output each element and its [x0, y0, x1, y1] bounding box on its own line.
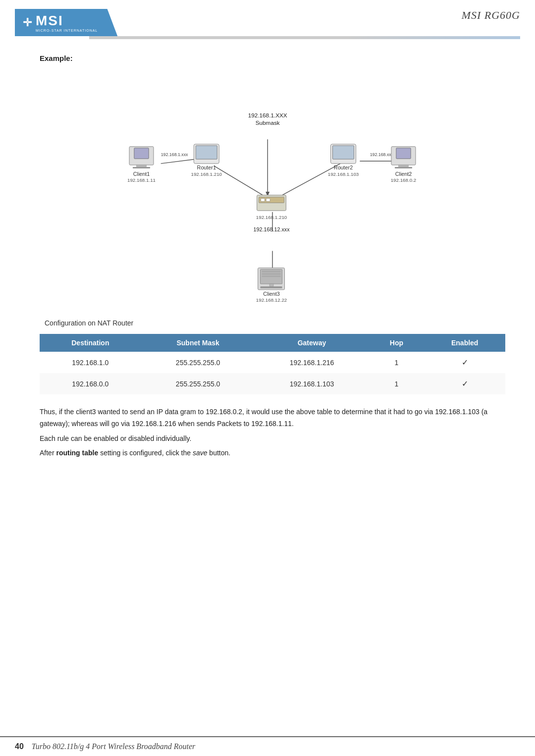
svg-line-1 [214, 166, 263, 195]
svg-rect-11 [134, 148, 149, 159]
svg-text:192.168.1.XXX: 192.168.1.XXX [248, 112, 287, 118]
svg-text:192.168.xxx: 192.168.xxx [370, 152, 394, 157]
description-para1: Thus, if the client3 wanted to send an I… [40, 406, 505, 430]
svg-text:Client1: Client1 [133, 171, 150, 177]
svg-text:Submask: Submask [256, 119, 280, 126]
desc-para3-prefix: After [40, 449, 56, 457]
svg-text:192.168.1.11: 192.168.1.11 [127, 177, 156, 183]
product-name: MSI RG60G [462, 9, 520, 22]
config-label: Configuration on NAT Router [45, 319, 505, 327]
svg-rect-23 [261, 199, 265, 202]
description-para3: After routing table setting is configure… [40, 447, 505, 459]
table-header-row: Destination Subnet Mask Gateway Hop Enab… [40, 334, 505, 352]
svg-rect-18 [196, 146, 217, 159]
network-diagram: 192.168.1.XXX Submask Client1 192.168.1.… [99, 71, 446, 309]
main-content: Example: 192.168.1. [0, 39, 535, 472]
footer: 40 Turbo 802.11b/g 4 Port Wireless Broad… [0, 736, 535, 756]
svg-text:192.168.12.22: 192.168.12.22 [256, 297, 287, 303]
desc-para3-italic: save [193, 449, 208, 457]
logo-inner: MSI MICRO-STAR INTERNATIONAL [36, 13, 98, 32]
description-para2: Each rule can be enabled or disabled ind… [40, 433, 505, 445]
col-hop: Hop [369, 334, 424, 352]
svg-rect-40 [262, 271, 280, 272]
svg-text:Client2: Client2 [395, 171, 412, 177]
col-gateway: Gateway [255, 334, 369, 352]
logo-box: ✛ MSI MICRO-STAR INTERNATIONAL [15, 9, 117, 36]
svg-rect-12 [137, 165, 147, 167]
svg-rect-41 [262, 273, 280, 275]
desc-para3-bold: routing table [56, 449, 98, 457]
svg-text:192.168.1.210: 192.168.1.210 [256, 215, 287, 220]
table-body: 192.168.1.0 255.255.255.0 192.168.1.216 … [40, 352, 505, 394]
col-enabled: Enabled [424, 334, 505, 352]
cell-subnet-1: 255.255.255.0 [141, 352, 255, 373]
col-destination: Destination [40, 334, 141, 352]
svg-text:192.168.1.210: 192.168.1.210 [191, 171, 222, 177]
svg-text:192.168.0.2: 192.168.0.2 [391, 177, 417, 183]
routing-table: Destination Subnet Mask Gateway Hop Enab… [40, 334, 505, 394]
svg-line-2 [282, 163, 341, 195]
cell-subnet-2: 255.255.255.0 [141, 373, 255, 394]
svg-rect-28 [332, 146, 354, 159]
table-row: 192.168.1.0 255.255.255.0 192.168.1.216 … [40, 352, 505, 373]
desc-para3-suffix: button. [207, 449, 230, 457]
svg-text:192.168.12.xxx: 192.168.12.xxx [254, 226, 290, 232]
svg-text:192.168.1.xxx: 192.168.1.xxx [161, 152, 188, 157]
svg-text:Client3: Client3 [263, 291, 280, 297]
svg-rect-24 [266, 199, 270, 202]
table-header: Destination Subnet Mask Gateway Hop Enab… [40, 334, 505, 352]
svg-rect-43 [269, 284, 273, 286]
checkmark-icon-1: ✓ [462, 358, 468, 367]
table-row: 192.168.0.0 255.255.255.0 192.168.1.103 … [40, 373, 505, 394]
svg-rect-44 [261, 286, 282, 288]
logo-cross-icon: ✛ [23, 16, 32, 29]
header-right: MSI RG60G [117, 9, 520, 24]
svg-rect-34 [399, 165, 409, 167]
page-number: 40 [15, 742, 24, 751]
svg-rect-42 [262, 275, 280, 277]
logo-sub-text: MICRO-STAR INTERNATIONAL [36, 29, 98, 32]
header: ✛ MSI MICRO-STAR INTERNATIONAL MSI RG60G [0, 0, 535, 36]
cell-destination-1: 192.168.1.0 [40, 352, 141, 373]
cell-hop-1: 1 [369, 352, 424, 373]
cell-gateway-1: 192.168.1.216 [255, 352, 369, 373]
svg-rect-35 [395, 167, 412, 168]
col-subnet-mask: Subnet Mask [141, 334, 255, 352]
logo-msi-text: MSI [36, 13, 98, 29]
cell-gateway-2: 192.168.1.103 [255, 373, 369, 394]
svg-rect-13 [133, 167, 150, 168]
svg-text:Router1: Router1 [197, 164, 216, 170]
cell-enabled-2: ✓ [424, 373, 505, 394]
svg-text:192.168.1.103: 192.168.1.103 [328, 171, 359, 177]
cell-enabled-1: ✓ [424, 352, 505, 373]
cell-hop-2: 1 [369, 373, 424, 394]
svg-text:Router2: Router2 [334, 164, 353, 170]
svg-rect-33 [396, 148, 411, 159]
footer-title: Turbo 802.11b/g 4 Port Wireless Broadban… [32, 742, 196, 751]
checkmark-icon-2: ✓ [462, 379, 468, 388]
section-example-title: Example: [40, 54, 505, 62]
desc-para3-middle: setting is configured, click the [98, 449, 193, 457]
cell-destination-2: 192.168.0.0 [40, 373, 141, 394]
diagram-container: 192.168.1.XXX Submask Client1 192.168.1.… [40, 71, 505, 309]
